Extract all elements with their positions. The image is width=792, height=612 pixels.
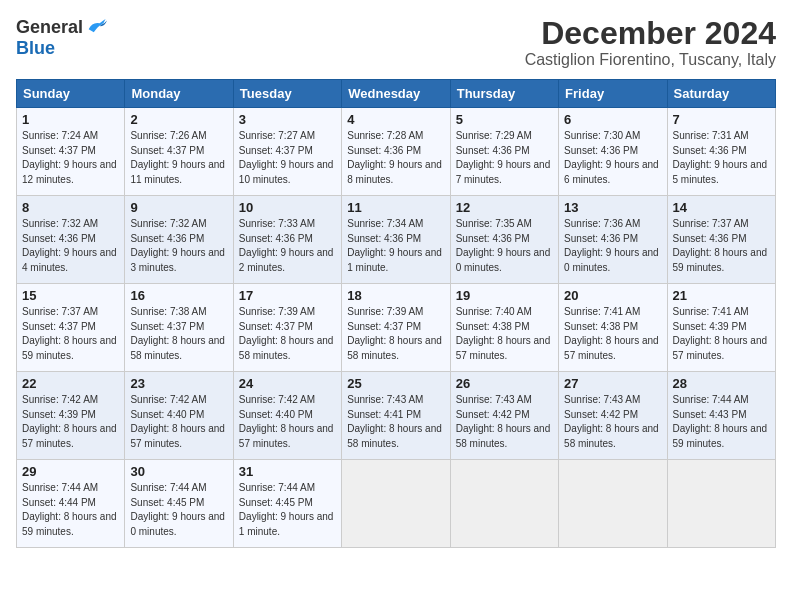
logo-blue: Blue [16,38,55,59]
table-row [450,460,558,548]
day-number: 13 [564,200,661,215]
calendar-week-row: 15Sunrise: 7:37 AMSunset: 4:37 PMDayligh… [17,284,776,372]
table-row: 23Sunrise: 7:42 AMSunset: 4:40 PMDayligh… [125,372,233,460]
col-thursday: Thursday [450,80,558,108]
day-number: 18 [347,288,444,303]
day-info: Sunrise: 7:29 AMSunset: 4:36 PMDaylight:… [456,129,553,187]
day-info: Sunrise: 7:28 AMSunset: 4:36 PMDaylight:… [347,129,444,187]
table-row: 29Sunrise: 7:44 AMSunset: 4:44 PMDayligh… [17,460,125,548]
day-number: 16 [130,288,227,303]
table-row: 16Sunrise: 7:38 AMSunset: 4:37 PMDayligh… [125,284,233,372]
table-row [667,460,775,548]
col-monday: Monday [125,80,233,108]
day-info: Sunrise: 7:31 AMSunset: 4:36 PMDaylight:… [673,129,770,187]
day-info: Sunrise: 7:41 AMSunset: 4:39 PMDaylight:… [673,305,770,363]
day-number: 8 [22,200,119,215]
logo: General Blue [16,16,107,59]
table-row: 25Sunrise: 7:43 AMSunset: 4:41 PMDayligh… [342,372,450,460]
table-row: 8Sunrise: 7:32 AMSunset: 4:36 PMDaylight… [17,196,125,284]
day-info: Sunrise: 7:42 AMSunset: 4:40 PMDaylight:… [130,393,227,451]
title-area: December 2024 Castiglion Fiorentino, Tus… [525,16,776,69]
day-info: Sunrise: 7:43 AMSunset: 4:42 PMDaylight:… [564,393,661,451]
calendar: Sunday Monday Tuesday Wednesday Thursday… [16,79,776,548]
day-info: Sunrise: 7:43 AMSunset: 4:41 PMDaylight:… [347,393,444,451]
calendar-week-row: 22Sunrise: 7:42 AMSunset: 4:39 PMDayligh… [17,372,776,460]
table-row: 26Sunrise: 7:43 AMSunset: 4:42 PMDayligh… [450,372,558,460]
day-info: Sunrise: 7:43 AMSunset: 4:42 PMDaylight:… [456,393,553,451]
calendar-week-row: 1Sunrise: 7:24 AMSunset: 4:37 PMDaylight… [17,108,776,196]
day-number: 6 [564,112,661,127]
day-number: 30 [130,464,227,479]
day-number: 3 [239,112,336,127]
calendar-week-row: 8Sunrise: 7:32 AMSunset: 4:36 PMDaylight… [17,196,776,284]
table-row: 28Sunrise: 7:44 AMSunset: 4:43 PMDayligh… [667,372,775,460]
day-info: Sunrise: 7:24 AMSunset: 4:37 PMDaylight:… [22,129,119,187]
table-row: 3Sunrise: 7:27 AMSunset: 4:37 PMDaylight… [233,108,341,196]
day-number: 14 [673,200,770,215]
day-number: 4 [347,112,444,127]
table-row: 2Sunrise: 7:26 AMSunset: 4:37 PMDaylight… [125,108,233,196]
day-number: 19 [456,288,553,303]
day-number: 27 [564,376,661,391]
day-info: Sunrise: 7:42 AMSunset: 4:39 PMDaylight:… [22,393,119,451]
day-number: 29 [22,464,119,479]
day-info: Sunrise: 7:37 AMSunset: 4:36 PMDaylight:… [673,217,770,275]
day-number: 28 [673,376,770,391]
day-number: 10 [239,200,336,215]
day-number: 23 [130,376,227,391]
table-row: 15Sunrise: 7:37 AMSunset: 4:37 PMDayligh… [17,284,125,372]
day-info: Sunrise: 7:42 AMSunset: 4:40 PMDaylight:… [239,393,336,451]
col-tuesday: Tuesday [233,80,341,108]
table-row: 20Sunrise: 7:41 AMSunset: 4:38 PMDayligh… [559,284,667,372]
table-row: 30Sunrise: 7:44 AMSunset: 4:45 PMDayligh… [125,460,233,548]
day-info: Sunrise: 7:33 AMSunset: 4:36 PMDaylight:… [239,217,336,275]
day-info: Sunrise: 7:44 AMSunset: 4:43 PMDaylight:… [673,393,770,451]
day-info: Sunrise: 7:26 AMSunset: 4:37 PMDaylight:… [130,129,227,187]
day-info: Sunrise: 7:39 AMSunset: 4:37 PMDaylight:… [239,305,336,363]
day-info: Sunrise: 7:41 AMSunset: 4:38 PMDaylight:… [564,305,661,363]
day-number: 17 [239,288,336,303]
day-number: 26 [456,376,553,391]
day-info: Sunrise: 7:36 AMSunset: 4:36 PMDaylight:… [564,217,661,275]
day-info: Sunrise: 7:40 AMSunset: 4:38 PMDaylight:… [456,305,553,363]
day-info: Sunrise: 7:44 AMSunset: 4:45 PMDaylight:… [239,481,336,539]
table-row: 1Sunrise: 7:24 AMSunset: 4:37 PMDaylight… [17,108,125,196]
table-row: 10Sunrise: 7:33 AMSunset: 4:36 PMDayligh… [233,196,341,284]
table-row: 6Sunrise: 7:30 AMSunset: 4:36 PMDaylight… [559,108,667,196]
day-info: Sunrise: 7:37 AMSunset: 4:37 PMDaylight:… [22,305,119,363]
table-row: 17Sunrise: 7:39 AMSunset: 4:37 PMDayligh… [233,284,341,372]
day-info: Sunrise: 7:38 AMSunset: 4:37 PMDaylight:… [130,305,227,363]
day-number: 9 [130,200,227,215]
table-row: 11Sunrise: 7:34 AMSunset: 4:36 PMDayligh… [342,196,450,284]
table-row: 22Sunrise: 7:42 AMSunset: 4:39 PMDayligh… [17,372,125,460]
day-number: 22 [22,376,119,391]
table-row: 9Sunrise: 7:32 AMSunset: 4:36 PMDaylight… [125,196,233,284]
table-row: 18Sunrise: 7:39 AMSunset: 4:37 PMDayligh… [342,284,450,372]
day-number: 24 [239,376,336,391]
day-number: 31 [239,464,336,479]
table-row: 7Sunrise: 7:31 AMSunset: 4:36 PMDaylight… [667,108,775,196]
day-number: 11 [347,200,444,215]
day-info: Sunrise: 7:34 AMSunset: 4:36 PMDaylight:… [347,217,444,275]
table-row: 21Sunrise: 7:41 AMSunset: 4:39 PMDayligh… [667,284,775,372]
day-number: 15 [22,288,119,303]
header: General Blue December 2024 Castiglion Fi… [16,16,776,69]
col-saturday: Saturday [667,80,775,108]
col-wednesday: Wednesday [342,80,450,108]
day-info: Sunrise: 7:32 AMSunset: 4:36 PMDaylight:… [130,217,227,275]
logo-general: General [16,17,83,38]
table-row: 12Sunrise: 7:35 AMSunset: 4:36 PMDayligh… [450,196,558,284]
table-row [559,460,667,548]
day-info: Sunrise: 7:39 AMSunset: 4:37 PMDaylight:… [347,305,444,363]
day-number: 25 [347,376,444,391]
main-title: December 2024 [525,16,776,51]
col-sunday: Sunday [17,80,125,108]
day-number: 1 [22,112,119,127]
table-row: 31Sunrise: 7:44 AMSunset: 4:45 PMDayligh… [233,460,341,548]
table-row: 5Sunrise: 7:29 AMSunset: 4:36 PMDaylight… [450,108,558,196]
day-number: 12 [456,200,553,215]
table-row [342,460,450,548]
day-info: Sunrise: 7:35 AMSunset: 4:36 PMDaylight:… [456,217,553,275]
table-row: 19Sunrise: 7:40 AMSunset: 4:38 PMDayligh… [450,284,558,372]
day-number: 2 [130,112,227,127]
